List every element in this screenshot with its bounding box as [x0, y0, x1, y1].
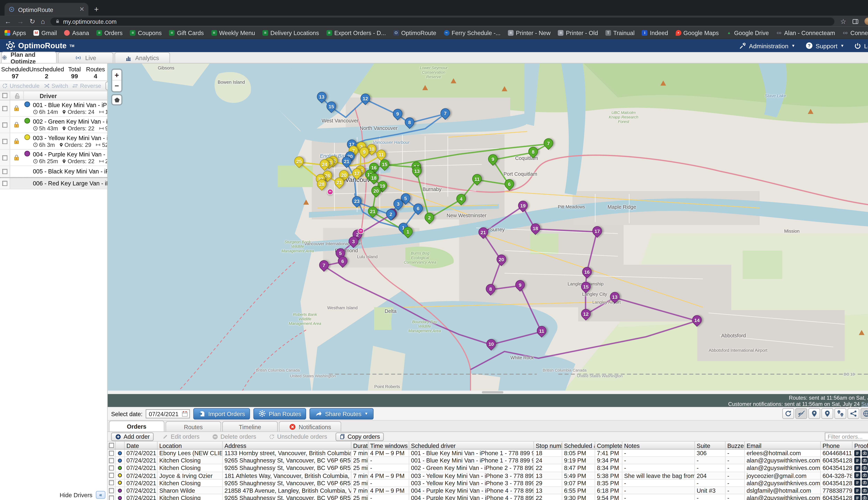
order-row-2[interactable]: 07/24/2021Kitchen Closing9265 Shaughness… [107, 457, 868, 464]
tab-routes[interactable]: Routes [165, 421, 221, 431]
order-row-4[interactable]: 07/24/2021Joyce & Irving Ozier181 Athlet… [107, 472, 868, 479]
logout-button[interactable]: Logout [855, 42, 868, 49]
reload-icon[interactable]: ↻ [30, 18, 35, 25]
pod-notes-icon[interactable] [854, 450, 860, 456]
column-header-phone[interactable]: Phone [821, 442, 853, 449]
tab-orders[interactable]: Orders [109, 421, 164, 431]
driver-checkbox[interactable] [2, 169, 7, 174]
collapse-sidebar-button[interactable]: « [96, 491, 105, 499]
bookmark-export-orders-d-[interactable]: =Export Orders - D... [327, 29, 386, 36]
driver-checkbox[interactable] [2, 122, 7, 127]
labels-off-button[interactable] [795, 408, 807, 419]
bookmark-coupons[interactable]: =Coupons [130, 29, 162, 36]
home-icon[interactable]: ⌂ [41, 18, 45, 25]
pod-notes-icon[interactable] [854, 473, 860, 479]
column-header-date[interactable]: Date [125, 442, 158, 449]
bookmark-asana[interactable]: Asana [64, 29, 89, 36]
order-checkbox[interactable] [109, 488, 114, 493]
new-tab-button[interactable]: + [94, 4, 99, 13]
horizontal-scrollbar[interactable] [107, 391, 868, 394]
bookmark-orders[interactable]: =Orders [96, 29, 123, 36]
reverse-button[interactable]: Reverse [72, 83, 101, 89]
column-header-proof-of-delivery[interactable]: Proof of Delivery [853, 442, 868, 449]
tab-notifications[interactable]: Notifications [279, 421, 341, 431]
date-input[interactable]: 07/24/2021 [146, 409, 190, 418]
order-checkbox[interactable] [109, 465, 114, 470]
column-header-time-windows[interactable]: Time windows [368, 442, 409, 449]
unschedule-orders-button[interactable]: Unschedule orders [265, 432, 331, 441]
user-avatar[interactable] [865, 18, 868, 25]
driver-row-3[interactable]: 003 - Yellow Key Mini Van - iPhone 3 - 7… [0, 133, 107, 150]
filter-orders-input[interactable]: Filter orders... [825, 432, 868, 441]
bookmark-google-maps[interactable]: •Google Maps [675, 29, 719, 36]
column-header-scheduled-driver[interactable]: Scheduled driver [409, 442, 534, 449]
bookmark-apps[interactable]: Apps [4, 29, 26, 36]
pod-photo-icon[interactable] [861, 495, 868, 500]
tab-timeline[interactable]: Timeline [222, 421, 278, 431]
order-checkbox[interactable] [109, 495, 114, 500]
driver-checkbox[interactable] [2, 138, 7, 144]
calendar-icon[interactable] [182, 410, 189, 417]
pod-photo-icon[interactable] [861, 450, 868, 456]
driver-row-5[interactable]: 005 - Black Key Mini Van - iPhone 5 - 77… [0, 166, 107, 178]
order-row-6[interactable]: 07/24/2021Sharon Wilde21858 47B Avenue, … [107, 487, 868, 495]
order-checkbox[interactable] [109, 473, 114, 478]
driver-checkbox[interactable] [2, 106, 7, 111]
driver-row-2[interactable]: 002 - Green Key Mini Van - iPhone 2 - 77… [0, 117, 107, 133]
pod-photo-icon[interactable] [861, 473, 868, 479]
pod-photo-icon[interactable] [861, 465, 868, 471]
order-row-1[interactable]: 07/24/2021Ebony Lees (NEW CLIENT)1133 Ho… [107, 450, 868, 457]
column-header-notes[interactable]: Notes [623, 442, 695, 449]
copy-orders-button[interactable]: Copy orders [335, 432, 384, 441]
globe-button[interactable] [860, 408, 868, 419]
pod-notes-icon[interactable] [854, 457, 860, 464]
unschedule-button[interactable]: Unschedule [2, 83, 39, 89]
depot-marker-2[interactable]: •• [358, 228, 364, 234]
pod-photo-icon[interactable] [861, 457, 868, 464]
pod-notes-icon[interactable] [854, 495, 860, 500]
driver-row-6[interactable]: 006 - Red Key Large Van - iPhone 6 - 778 [0, 178, 107, 189]
bookmark-indeed[interactable]: iIndeed [642, 29, 668, 36]
order-checkbox[interactable] [109, 480, 114, 486]
order-row-7[interactable]: 07/24/2021Kitchen Closing9265 Shaughness… [107, 495, 868, 500]
share-button[interactable] [847, 408, 859, 419]
bookmark-ferry-schedule-[interactable]: ~Ferry Schedule -... [444, 29, 501, 36]
column-header-buzzer[interactable]: Buzzer [726, 442, 745, 449]
zoom-in-button[interactable]: + [112, 70, 121, 81]
bookmark-connecteam[interactable]: coConnecteam [843, 29, 868, 36]
driver-checkbox[interactable] [2, 181, 7, 186]
side-panel-icon[interactable] [852, 18, 859, 25]
order-row-3[interactable]: 07/24/2021Kitchen Closing9265 Shaughness… [107, 465, 868, 472]
scrollbar-thumb[interactable] [482, 391, 503, 394]
share-routes-button[interactable]: Share Routes▼ [310, 408, 373, 419]
pod-notes-icon[interactable] [854, 480, 860, 486]
tab-close-icon[interactable]: ✕ [79, 6, 84, 13]
bookmark-optimoroute[interactable]: OOptimoRoute [393, 29, 436, 36]
route-map[interactable]: GibsonsBowen IslandLower Seymour Conserv… [107, 64, 868, 394]
bookmark-delivery-locations[interactable]: =Delivery Locations [262, 29, 319, 36]
bookmark-alan-connecteam[interactable]: coAlan - Connecteam [776, 29, 835, 36]
tab-live[interactable]: Live [58, 52, 113, 63]
driver-row-1[interactable]: 001 - Blue Key Mini Van - iPhone 1 - 778… [0, 100, 107, 117]
pod-photo-icon[interactable] [861, 487, 868, 493]
back-icon[interactable]: ← [4, 18, 11, 25]
column-header-location[interactable]: Location [158, 442, 223, 449]
bookmark-gmail[interactable]: MGmail [33, 29, 57, 36]
tab-analytics[interactable]: Analytics [115, 52, 170, 63]
pod-notes-icon[interactable] [854, 465, 860, 471]
add-order-button[interactable]: Add order [111, 432, 153, 441]
bookmark-printer-new[interactable]: =Printer - New [508, 29, 551, 36]
column-header-stop-number[interactable]: Stop number [534, 442, 562, 449]
browser-tab[interactable]: OptimoRoute ✕ [4, 3, 88, 16]
address-bar[interactable]: my.optimoroute.com [51, 18, 835, 25]
pin-star-button[interactable] [808, 408, 820, 419]
delete-orders-button[interactable]: Delete orders [208, 432, 260, 441]
administration-menu[interactable]: Administration▼ [739, 42, 795, 49]
bookmark-star-icon[interactable]: ☆ [840, 18, 846, 25]
select-all-checkbox[interactable] [2, 93, 7, 98]
zoom-out-button[interactable]: − [112, 81, 121, 91]
column-header-address[interactable]: Address [223, 442, 351, 449]
column-header-duration[interactable]: Duration [351, 442, 368, 449]
column-header-email[interactable]: Email [745, 442, 821, 449]
bookmark-gift-cards[interactable]: =Gift Cards [169, 29, 204, 36]
